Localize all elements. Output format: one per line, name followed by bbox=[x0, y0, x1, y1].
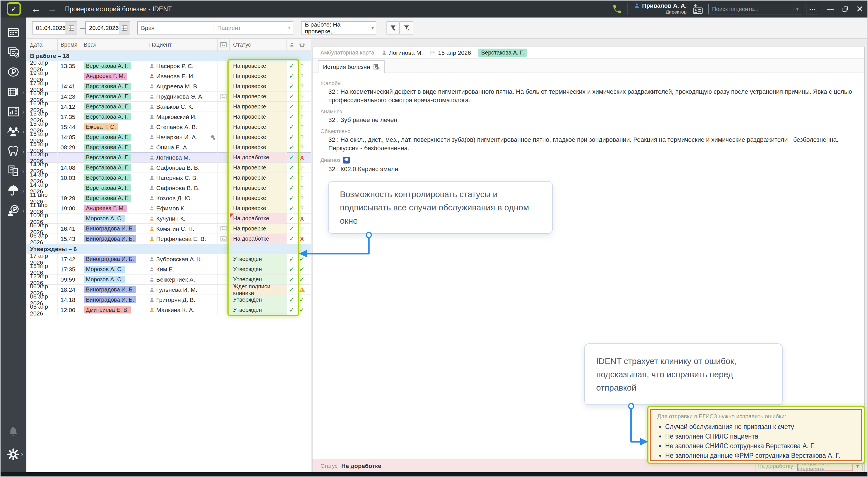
cell-status: На проверке bbox=[230, 173, 287, 183]
clinic-sign-state: ✓ bbox=[297, 254, 307, 264]
clear-filter-button[interactable] bbox=[400, 22, 413, 34]
table-row[interactable]: 11 апр 202619:00Андреева Г. М.Ефимов К.Н… bbox=[27, 203, 311, 214]
table-row[interactable]: 16 апр 202614:12Верстакова А. Г.Ваньков … bbox=[27, 102, 311, 112]
table-row[interactable]: 15 апр 202614:05Верстакова А. Г.Начаркин… bbox=[27, 132, 311, 142]
column-header-doctor[interactable]: Врач bbox=[82, 39, 147, 51]
sidebar-item-payments[interactable] bbox=[1, 63, 26, 83]
sidebar-item-cashbox[interactable]: › bbox=[1, 83, 26, 102]
patient-search-input[interactable]: Поиск пациента... ▾ bbox=[708, 4, 802, 14]
cell-patient: Иванова Е. И. bbox=[147, 71, 218, 81]
table-row[interactable]: 15 апр 202617:35Морозов А. С.Ким Е.Утвер… bbox=[27, 264, 311, 275]
sidebar-item-dental-chart[interactable]: › bbox=[1, 142, 26, 162]
photo-column-icon[interactable] bbox=[218, 39, 230, 51]
cell-status: На доработке bbox=[230, 214, 287, 223]
minimize-button[interactable]: — bbox=[824, 1, 837, 18]
table-row[interactable]: 14 апр 2026Верстакова А. Г.Сафонова В. В… bbox=[27, 183, 311, 193]
group-header[interactable]: В работе – 18 bbox=[27, 51, 311, 61]
tab-history[interactable]: История болезни bbox=[318, 60, 384, 73]
check-icon: ✓ bbox=[299, 276, 305, 283]
table-row[interactable]: 10 апр 2026Морозов А. С.Кучунин К.На дор… bbox=[27, 214, 311, 224]
doctor-check-column-icon[interactable] bbox=[287, 39, 297, 51]
patient-filter-select[interactable]: Пациент▾ bbox=[214, 22, 293, 34]
window-title: Проверка историй болезни - IDENT bbox=[65, 1, 172, 18]
status-filter-select[interactable]: В работе: На проверке,...▾ bbox=[301, 22, 376, 34]
column-header-time[interactable]: Время bbox=[58, 39, 82, 51]
sidebar-item-visits[interactable] bbox=[1, 43, 26, 63]
back-button[interactable]: ← bbox=[29, 1, 43, 18]
sidebar-items: ››››››› bbox=[1, 18, 26, 221]
sidebar-item-staff[interactable]: › bbox=[1, 122, 26, 142]
cell-photo bbox=[218, 163, 230, 172]
cell-photo bbox=[218, 234, 230, 244]
apply-filter-button[interactable] bbox=[386, 22, 400, 34]
cell-photo bbox=[218, 254, 230, 264]
table-row[interactable]: 16 апр 202614:23Верстакова А. Г.Пруднико… bbox=[27, 92, 311, 102]
clinic-sign-column-icon[interactable] bbox=[297, 39, 307, 51]
cell-status: На проверке bbox=[230, 163, 287, 172]
phone-icon[interactable] bbox=[612, 4, 622, 14]
calendar-icon[interactable] bbox=[119, 22, 130, 34]
app-logo-icon: ✓ bbox=[7, 2, 21, 15]
sidebar-item-schedule[interactable] bbox=[1, 23, 26, 43]
table-row[interactable]: 17 апр 202617:42Виноградова И. Б.Зубровс… bbox=[27, 254, 311, 264]
photo-icon bbox=[220, 236, 227, 242]
doctor-badge: Верстакова А. Г. bbox=[84, 144, 131, 151]
doctor-badge: Верстакова А. Г. bbox=[84, 134, 131, 141]
close-button[interactable]: ✕ bbox=[853, 1, 867, 18]
cell-time: 12:00 bbox=[58, 305, 82, 315]
section-text: 32 : К02.0 Кариес эмали bbox=[328, 165, 854, 173]
table-row[interactable]: 17 апр 202614:41Верстакова А. Г.Андреева… bbox=[27, 81, 311, 92]
chevron-down-icon[interactable]: ▾ bbox=[794, 6, 799, 12]
table-row[interactable]: 15 апр 2026Верстакова А. Г.Логинова М.На… bbox=[27, 153, 311, 163]
table-row[interactable]: 06 апр 202618:24Виноградова И. Б.Гульнев… bbox=[27, 285, 311, 295]
table-row[interactable]: 15 апр 202615:44Ежова Т. С.Степанов А. В… bbox=[27, 122, 311, 132]
sidebar-item-insurance[interactable]: › bbox=[1, 181, 26, 201]
sidebar-item-salary[interactable]: › bbox=[1, 201, 26, 221]
card-date[interactable]: 15 апр 2026 bbox=[430, 50, 471, 56]
patient-icon bbox=[149, 277, 155, 282]
notifications-bell-icon[interactable] bbox=[1, 425, 26, 437]
column-header-date[interactable]: Дата bbox=[27, 39, 58, 51]
doctor-check-icon: ✓ bbox=[287, 92, 297, 101]
status-label: Статус bbox=[320, 463, 337, 469]
table-row[interactable]: 05 апр 202612:00Дмитриева Е. В.Малкина К… bbox=[27, 305, 311, 315]
table-row[interactable]: 06 апр 202616:41Виноградова И. Б.Комягин… bbox=[27, 224, 311, 234]
more-options-button[interactable]: ••• bbox=[806, 4, 819, 14]
settings-gear-icon[interactable]: › bbox=[1, 448, 26, 460]
patient-card-icon[interactable] bbox=[692, 4, 704, 14]
titlebar-divider bbox=[607, 3, 607, 15]
date-from-input[interactable]: 01.04.2026 bbox=[32, 22, 66, 34]
restore-button[interactable] bbox=[838, 1, 852, 18]
group-header[interactable]: Утверждены – 6 bbox=[27, 244, 311, 254]
chevron-right-icon: › bbox=[22, 148, 24, 155]
ruble-person-icon bbox=[7, 204, 20, 218]
table-row[interactable]: 15 апр 202608:29Верстакова А. Г.Онина Е.… bbox=[27, 142, 311, 153]
forward-button[interactable]: → bbox=[45, 1, 59, 18]
card-patient[interactable]: Логинова М. bbox=[382, 50, 423, 56]
date-to-input[interactable]: 20.04.2026 bbox=[85, 22, 119, 34]
filter-bar: 01.04.2026 — 20.04.2026 Врач▾ Пациент▾ В… bbox=[27, 18, 867, 39]
card-doctor-badge[interactable]: Верстакова А. Г. bbox=[478, 49, 527, 57]
calendar-icon[interactable] bbox=[66, 22, 77, 34]
table-row[interactable]: 06 апр 202615:43Виноградова И. Б.Перфиль… bbox=[27, 234, 311, 244]
clinic-sign-state: ? bbox=[297, 193, 307, 203]
column-header-status[interactable]: Статус bbox=[230, 39, 287, 51]
cell-status: На доработке bbox=[230, 153, 287, 162]
table-row[interactable]: 20 апр 202613:35Верстакова А. Г.Насиров … bbox=[27, 61, 311, 71]
column-header-patient[interactable]: Пациент bbox=[147, 39, 218, 51]
table-row[interactable]: 14 апр 202610:03Верстакова А. Г.Нагерных… bbox=[27, 173, 311, 183]
ruble-coin-icon bbox=[7, 66, 20, 80]
table-row[interactable]: 19 апр 2026Андреева Г. М.Иванова Е. И.На… bbox=[27, 71, 311, 81]
table-row[interactable]: 06 апр 202614:18Виноградова И. Б.Григоря… bbox=[27, 295, 311, 305]
doctor-check-icon: ✓ bbox=[287, 305, 297, 315]
table-row[interactable]: 15 апр 202617:35Верстакова А. Г.Марковск… bbox=[27, 112, 311, 122]
form-settings-icon[interactable] bbox=[373, 64, 380, 70]
patient-icon bbox=[149, 84, 155, 89]
table-row[interactable]: 11 апр 202619:29Верстакова А. Г.Козлов Д… bbox=[27, 193, 311, 203]
current-user[interactable]: Привалов А. А. Директор bbox=[633, 2, 687, 15]
patient-icon bbox=[149, 155, 155, 160]
sidebar-item-documents[interactable]: › bbox=[1, 162, 26, 181]
question-icon: ? bbox=[300, 164, 304, 171]
table-row[interactable]: 14 апр 202614:08Верстакова А. Г.Сафонова… bbox=[27, 163, 311, 173]
sidebar-item-reports[interactable]: › bbox=[1, 102, 26, 122]
